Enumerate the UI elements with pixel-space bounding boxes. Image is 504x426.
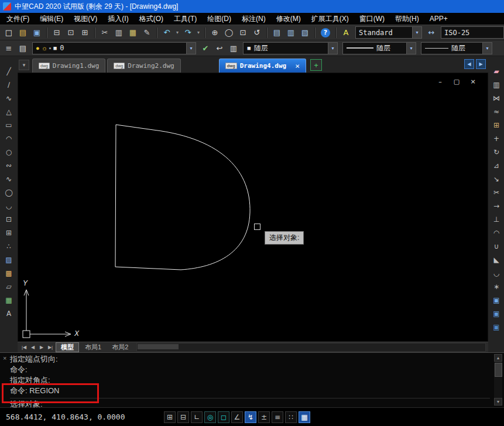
menu-app[interactable]: APP+ (424, 13, 453, 25)
workspace-icon[interactable]: ▦ (299, 411, 310, 423)
arc-icon[interactable]: ◠ (3, 133, 15, 145)
menu-help[interactable]: 帮助(H) (390, 13, 424, 25)
save-icon[interactable]: ▣ (30, 26, 43, 39)
chevron-down-icon[interactable]: ▾ (328, 43, 337, 54)
erase-icon[interactable]: ▰ (491, 66, 503, 77)
osnap-icon[interactable]: ◻ (218, 411, 229, 423)
layer-states-icon[interactable]: ▤ (16, 42, 29, 54)
close-command-icon[interactable]: × (3, 355, 6, 362)
gradient-icon[interactable]: ▩ (3, 267, 15, 279)
linetype-combo[interactable]: 随层 ▾ (342, 42, 416, 54)
dim-style-icon[interactable]: ↔ (425, 26, 438, 39)
tab-drawing4[interactable]: dwg Drawing4.dwg × (219, 59, 306, 73)
table-icon[interactable]: ▦ (3, 294, 15, 306)
region-icon[interactable]: ▱ (3, 281, 15, 293)
first-layout-button[interactable]: |◀ (20, 343, 28, 352)
scroll-down-icon[interactable]: ▼ (494, 398, 502, 406)
layout1-tab[interactable]: 布局1 (80, 343, 106, 352)
scale-icon[interactable]: ⊿ (491, 160, 503, 171)
dim-style-combo[interactable]: ISO-25 ▾ (441, 26, 504, 39)
snap-icon[interactable]: ⊟ (177, 411, 189, 423)
copy-clip-icon[interactable]: ▥ (112, 26, 125, 39)
stretch-icon[interactable]: ↘ (491, 173, 503, 185)
scroll-up-icon[interactable]: ▲ (494, 354, 502, 362)
rotate-icon[interactable]: ↻ (491, 146, 503, 158)
quick-menu-icon[interactable]: ≡ (272, 411, 283, 423)
menu-tools[interactable]: 工具(T) (169, 13, 202, 25)
menu-insert[interactable]: 插入(I) (102, 13, 133, 25)
match-layer-icon[interactable]: ▣ (491, 321, 503, 333)
zoom-realtime-icon[interactable]: ◯ (222, 26, 235, 39)
designcenter-icon[interactable]: ▥ (284, 26, 297, 39)
tab-drawing1[interactable]: dwg Drawing1.dwg (32, 59, 105, 73)
menu-draw[interactable]: 绘图(D) (202, 13, 236, 25)
next-layout-button[interactable]: ▶ (37, 343, 46, 352)
break-icon[interactable]: ◠ (491, 227, 503, 239)
ellipse-arc-icon[interactable]: ◡ (3, 200, 15, 212)
polygon-icon[interactable]: △ (3, 106, 15, 118)
horizontal-scrollbar[interactable] (136, 343, 486, 352)
last-layout-button[interactable]: ▶| (46, 343, 54, 352)
scrollbar-thumb[interactable] (138, 344, 179, 349)
text-style-combo[interactable]: Standard ▾ (355, 26, 422, 39)
tab-scroll-right-button[interactable]: ▶ (476, 59, 486, 69)
trim-icon[interactable]: ✂ (491, 187, 503, 198)
mtext-icon[interactable]: A (3, 308, 15, 320)
make-block-icon[interactable]: ⊞ (3, 227, 15, 239)
new-drawing-button[interactable]: + (310, 59, 322, 71)
grid-icon[interactable]: ⊞ (164, 411, 176, 423)
join-icon[interactable]: ∪ (491, 241, 503, 252)
chevron-down-icon[interactable]: ▾ (412, 27, 421, 38)
plot-icon[interactable]: ⊟ (50, 26, 63, 39)
point-icon[interactable]: ∴ (3, 241, 15, 252)
construction-line-icon[interactable]: ∕ (3, 79, 15, 91)
lineweight-combo[interactable]: 随层 ▾ (421, 42, 492, 54)
lineweight-icon[interactable]: ± (258, 411, 270, 423)
draworder-back-icon[interactable]: ▣ (491, 308, 503, 320)
publish-icon[interactable]: ⊞ (78, 26, 91, 39)
polar-icon[interactable]: ◎ (204, 411, 216, 423)
menu-window[interactable]: 窗口(W) (354, 13, 390, 25)
tab-drawing2[interactable]: dwg Drawing2.dwg (107, 59, 180, 73)
menu-view[interactable]: 视图(V) (68, 13, 102, 25)
point-filter-icon[interactable]: ∷ (285, 411, 297, 423)
prev-layout-button[interactable]: ◀ (29, 343, 37, 352)
circle-icon[interactable]: ○ (3, 146, 15, 158)
layer-freeze-icon[interactable]: ☼ (42, 45, 47, 51)
rectangle-icon[interactable]: ▭ (3, 119, 15, 131)
menu-modify[interactable]: 修改(M) (271, 13, 306, 25)
redo-dropdown-icon[interactable]: ▾ (196, 26, 201, 39)
layer-color-swatch[interactable]: ■ (53, 45, 57, 51)
menu-format[interactable]: 格式(O) (134, 13, 169, 25)
menu-edit[interactable]: 编辑(E) (35, 13, 68, 25)
polyline-icon[interactable]: ∿ (3, 92, 15, 104)
ellipse-icon[interactable]: ◯ (3, 187, 15, 198)
color-combo[interactable]: ■ 随层 ▾ (243, 42, 338, 54)
insert-block-icon[interactable]: ⊡ (3, 214, 15, 225)
undo-icon[interactable]: ↶ (160, 26, 173, 39)
new-file-icon[interactable]: □ (2, 26, 15, 39)
layer-lock-icon[interactable]: ▪ (49, 45, 52, 51)
extend-icon[interactable]: → (491, 200, 503, 212)
line-icon[interactable]: ╱ (3, 66, 15, 77)
spline-icon[interactable]: ∿ (3, 173, 15, 185)
undo-dropdown-icon[interactable]: ▾ (174, 26, 180, 39)
array-icon[interactable]: ⊞ (491, 119, 503, 131)
drawing-canvas[interactable]: –▢× Y X 选择对象: (18, 73, 488, 342)
model-tab[interactable]: 模型 (56, 342, 79, 352)
chevron-down-icon[interactable]: ▾ (482, 43, 492, 54)
move-icon[interactable]: + (491, 133, 503, 145)
pan-icon[interactable]: ⊕ (208, 26, 221, 39)
close-document-button[interactable]: × (469, 78, 477, 85)
paste-icon[interactable]: ▦ (126, 26, 139, 39)
draworder-front-icon[interactable]: ▣ (491, 294, 503, 306)
chamfer-icon[interactable]: ◣ (491, 254, 503, 266)
redo-icon[interactable]: ↷ (181, 26, 194, 39)
offset-icon[interactable]: ≈ (491, 106, 503, 118)
match-properties-icon[interactable]: ✎ (140, 26, 153, 39)
text-style-icon[interactable]: A (340, 26, 352, 39)
menu-express[interactable]: 扩展工具(X) (306, 13, 354, 25)
explode-icon[interactable]: ∗ (491, 281, 503, 293)
scrollbar-thumb[interactable] (495, 363, 502, 377)
zoom-previous-icon[interactable]: ↺ (251, 26, 263, 39)
